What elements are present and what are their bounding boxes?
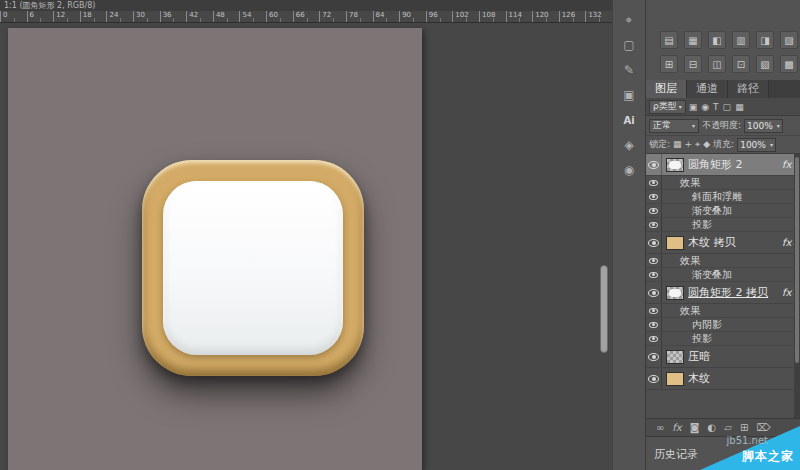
opacity-value[interactable]: 100% ▾ [744,119,783,133]
visibility-toggle[interactable] [646,176,662,189]
effect-row[interactable]: 渐变叠加 [646,268,800,282]
ruler-tick: 90 [399,11,426,22]
rotate-view-tool-icon[interactable]: ◉ [618,159,640,181]
ruler-number: 30 [136,11,145,19]
ruler-number: 114 [509,11,522,19]
effect-row[interactable]: 斜面和浮雕 [646,190,800,204]
blend-row: 正常 ▾ 不透明度: 100% ▾ [646,116,800,136]
add-layer-mask-icon[interactable]: ◙ [690,422,700,433]
visibility-toggle[interactable] [646,268,662,281]
panels-area: ▤▦◧▥◨▨ ⊞⊟◫⊡▧▩ 图层通道路径 ρ类型 ▾ ▣◉T▢▦ 正常 ▾ 不透… [645,0,800,470]
layer-row[interactable]: 圆角矩形 2fx▴ [646,154,800,176]
ruler-tick: 84 [373,11,400,22]
panel-dock-icon[interactable]: ⊟ [684,55,702,73]
panel-dock-icon[interactable]: ▥ [732,31,750,49]
filter-type-icon[interactable]: ▦ [735,102,744,112]
visibility-toggle[interactable] [646,190,662,203]
layers-scrollbar-thumb[interactable] [795,157,799,363]
link-layers-icon[interactable]: ∞ [656,422,664,433]
effect-name: 效果 [662,304,700,318]
ruler-tick: 78 [346,11,373,22]
lock-icon[interactable]: ⌖ [695,139,700,150]
effect-row[interactable]: 渐变叠加 [646,204,800,218]
panel-dock-icon[interactable]: ▨ [780,31,798,49]
filter-type-icon[interactable]: ◉ [701,102,709,112]
filter-type-icon[interactable]: ▣ [689,102,698,112]
filter-kind-select[interactable]: ρ类型 ▾ [649,100,686,114]
layers-scrollbar-track[interactable] [794,154,800,418]
3d-tool-icon[interactable]: ◈ [618,134,640,156]
ruler-number: 6 [30,11,34,19]
ruler-tick: 108 [479,11,506,22]
ruler-number: 54 [242,11,251,19]
ruler-number: 48 [216,11,225,19]
effect-row[interactable]: 效果 [646,176,800,190]
fx-badge[interactable]: fx [782,159,791,170]
eye-icon [648,375,659,383]
ai-badge-icon[interactable]: Ai [618,109,640,131]
panel-dock-icon[interactable]: ⊡ [732,55,750,73]
pen-tool-icon[interactable]: ✎ [618,59,640,81]
visibility-toggle[interactable] [646,346,662,367]
lock-icon[interactable]: ▦ [673,139,682,150]
visibility-toggle[interactable] [646,318,662,331]
effect-row[interactable]: 内阴影 [646,318,800,332]
fill-value[interactable]: 100% ▾ [737,138,776,152]
panel-dock-icon[interactable]: ▩ [780,55,798,73]
document-title: 1:1 (圆角矩形 2, RGB/8) [4,1,95,10]
eye-icon [648,161,659,169]
visibility-toggle[interactable] [646,304,662,317]
effect-row[interactable]: 投影 [646,218,800,232]
watermark-name: 脚本之家 [742,448,794,465]
canvas-vertical-scrollbar[interactable] [600,265,608,353]
tools-dock: ⌖▢✎▣Ai◈◉ [612,0,645,470]
eye-icon [649,194,658,200]
document-tab[interactable]: 1:1 (圆角矩形 2, RGB/8) [0,0,612,11]
layer-row[interactable]: 木纹 拷贝fx▴ [646,232,800,254]
visibility-toggle[interactable] [646,204,662,217]
shape-tool-icon[interactable]: ▣ [618,84,640,106]
visibility-toggle[interactable] [646,282,662,303]
effect-name: 渐变叠加 [662,204,732,218]
panel-dock-icon[interactable]: ◧ [708,31,726,49]
layer-row[interactable]: 圆角矩形 2 拷贝fx▴ [646,282,800,304]
panel-dock-icon[interactable]: ⊞ [660,55,678,73]
layer-row[interactable]: 木纹 [646,368,800,390]
layer-row[interactable]: 压暗 [646,346,800,368]
effect-row[interactable]: 效果 [646,304,800,318]
visibility-toggle[interactable] [646,232,662,253]
fx-badge[interactable]: fx [782,287,791,298]
layer-filter-row: ρ类型 ▾ ▣◉T▢▦ [646,98,800,116]
visibility-toggle[interactable] [646,254,662,267]
panel-dock-icon[interactable]: ▦ [684,31,702,49]
layer-style-icon[interactable]: fx [672,422,681,433]
wood-icon-artwork [142,160,364,376]
visibility-toggle[interactable] [646,332,662,345]
filter-type-icon[interactable]: T [713,102,719,112]
panel-dock-icon[interactable]: ▤ [660,31,678,49]
marquee-tool-icon[interactable]: ▢ [618,34,640,56]
ruler-number: 18 [83,11,92,19]
panel-dock-icon[interactable]: ◨ [756,31,774,49]
effect-row[interactable]: 投影 [646,332,800,346]
lock-icon[interactable]: ◆ [703,139,710,150]
visibility-toggle[interactable] [646,368,662,389]
fx-badge[interactable]: fx [782,237,791,248]
panel-tab[interactable]: 图层 [646,80,687,98]
move-tool-icon[interactable]: ⌖ [618,9,640,31]
ruler-tick: 66 [293,11,320,22]
panel-dock-icon[interactable]: ▧ [756,55,774,73]
document-canvas[interactable] [8,28,422,470]
wood-icon-inner-square [163,181,343,355]
blend-mode-select[interactable]: 正常 ▾ [649,119,699,133]
effect-row[interactable]: 效果 [646,254,800,268]
panel-tab[interactable]: 通道 [687,80,728,98]
ruler-tick: 132 [585,11,612,22]
lock-icon[interactable]: + [685,139,693,150]
visibility-toggle[interactable] [646,218,662,231]
panel-tab[interactable]: 路径 [728,80,769,98]
visibility-toggle[interactable] [646,154,662,175]
filter-type-icon[interactable]: ▢ [723,102,732,112]
panel-dock-icon[interactable]: ◫ [708,55,726,73]
lock-label: 锁定: [649,138,670,151]
